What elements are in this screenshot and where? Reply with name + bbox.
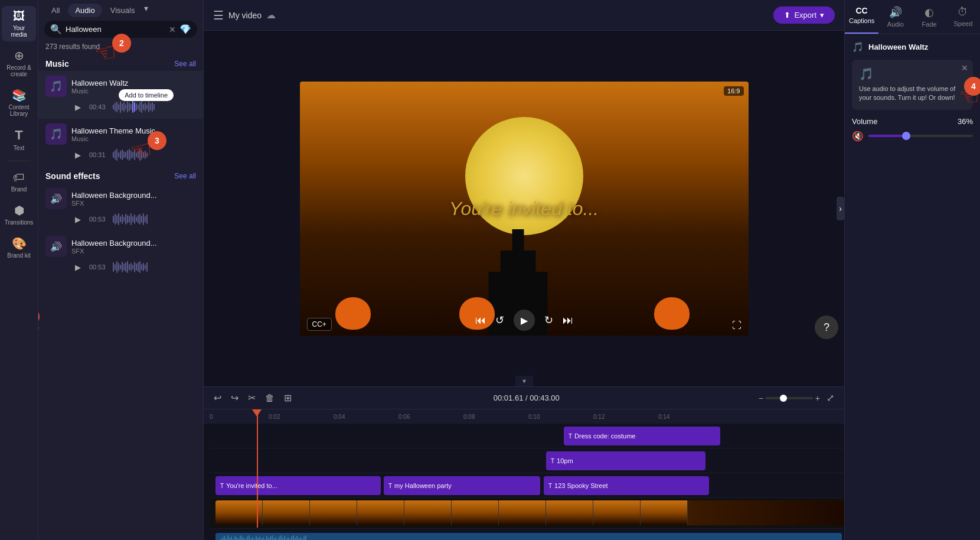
ruler-mark-14: 0:14 (658, 414, 669, 420)
clip-10pm[interactable]: T 10pm (546, 451, 705, 470)
playhead (257, 409, 258, 528)
volume-slider-thumb[interactable] (902, 132, 910, 140)
clip-halloween-party-label: my Halloween party (394, 482, 452, 489)
menu-button[interactable]: ☰ (213, 8, 224, 22)
volume-slider-track[interactable] (868, 135, 973, 137)
track-label-2 (204, 448, 210, 473)
collapse-preview-button[interactable]: ▾ (515, 376, 533, 386)
volume-value: 36% (958, 117, 973, 126)
clip-spooky-street[interactable]: T 123 Spooky Street (544, 476, 709, 495)
clip-dress-code[interactable]: T Dress code: costume (564, 427, 720, 445)
info-card-text: Use audio to adjust the volume of your s… (859, 84, 966, 103)
play-btn-sfx1[interactable]: ▶ (71, 213, 84, 226)
zoom-in-button[interactable]: + (815, 393, 820, 403)
video-background: You're invited to... (300, 82, 749, 336)
clip-invited-label: You're invited to... (226, 482, 277, 489)
play-btn-theme[interactable]: ▶ (71, 148, 84, 161)
duplicate-button[interactable]: ⊞ (281, 391, 295, 405)
track-content-upper-2: T 10pm (210, 448, 844, 473)
rp-tab-fade[interactable]: ◐ Fade (913, 0, 946, 34)
music-note-icon: 🎵 (852, 41, 864, 53)
duration-sfx1: 00:53 (89, 216, 108, 223)
rp-tab-captions[interactable]: CC Captions (845, 0, 878, 34)
rewind-button[interactable]: ↺ (495, 314, 504, 327)
play-btn-waltz[interactable]: ▶ (71, 100, 84, 113)
sfx-item-2[interactable]: 🔊 Halloween Background... SFX ▶ 00:53 (38, 231, 203, 279)
sfx-item-1[interactable]: 🔊 Halloween Background... SFX ▶ 00:53 (38, 183, 203, 231)
skip-forward-button[interactable]: ⏭ (563, 314, 573, 327)
volume-slider-fill (868, 135, 906, 137)
tab-all[interactable]: All (44, 4, 67, 17)
waveform-sfx1 (113, 212, 196, 226)
zoom-slider[interactable] (766, 397, 813, 399)
export-button[interactable]: ⬆ Export ▾ (773, 6, 835, 24)
playhead-handle[interactable] (252, 409, 262, 417)
sidebar-item-brand-kit[interactable]: 🎨 Brand kit (2, 233, 36, 262)
track-content-video[interactable] (210, 498, 844, 529)
tab-audio[interactable]: Audio (68, 4, 102, 17)
music-item-halloween-waltz[interactable]: 🎵 Halloween Waltz Music ▶ 00:43 Add to t… (38, 71, 203, 119)
record-icon: ⊕ (14, 48, 24, 63)
music-type-theme: Music (71, 135, 196, 142)
rp-tab-audio[interactable]: 🔊 Audio (878, 0, 912, 34)
right-panel: CC Captions 🔊 Audio ◐ Fade ⏱ Speed 🎵 Hal… (844, 0, 980, 540)
active-track-title: 🎵 Halloween Waltz (852, 41, 973, 53)
play-btn-sfx2[interactable]: ▶ (71, 261, 84, 274)
search-clear-button[interactable]: ✕ (169, 25, 176, 34)
play-pause-button[interactable]: ▶ (514, 310, 535, 331)
sfx-thumb-2: 🔊 (45, 236, 67, 257)
timeline-area: ↩ ↪ ✂ 🗑 ⊞ 00:01.61 / 00:43.00 − + ⤢ 0 0: (204, 386, 844, 540)
track-content-audio[interactable] (210, 529, 844, 540)
sidebar-item-text[interactable]: T Text (2, 124, 36, 155)
tab-visuals[interactable]: Visuals (103, 4, 142, 17)
track-row-audio (204, 529, 844, 540)
help-button[interactable]: ? (815, 315, 838, 339)
sidebar-divider (7, 161, 31, 161)
clip-halloween-party[interactable]: T my Halloween party (384, 476, 540, 495)
your-media-icon: 🖼 (13, 9, 25, 23)
track-content-lower: T You're invited to... T my Halloween pa… (210, 473, 844, 498)
sidebar-label-your-media: Your media (4, 25, 34, 38)
mute-icon[interactable]: 🔇 (852, 131, 864, 142)
track-label-video (204, 498, 210, 529)
fullscreen-button[interactable]: ⛶ (732, 320, 741, 331)
undo-button[interactable]: ↩ (211, 391, 224, 405)
sfx-see-all[interactable]: See all (174, 172, 196, 180)
sfx-type-2: SFX (71, 248, 196, 255)
sidebar-item-your-media[interactable]: 🖼 Your media (2, 6, 36, 41)
pumpkin-1 (335, 297, 371, 330)
expand-right-button[interactable]: › (837, 197, 844, 220)
forward-button[interactable]: ↻ (544, 314, 553, 327)
video-clip-strip[interactable] (215, 500, 844, 525)
playback-controls: ⏮ ↺ ▶ ↻ ⏭ (475, 310, 573, 331)
clip-audio[interactable] (215, 533, 842, 540)
music-see-all[interactable]: See all (174, 60, 196, 68)
redo-button[interactable]: ↪ (228, 391, 241, 405)
skip-back-button[interactable]: ⏮ (475, 314, 486, 327)
ruler-mark-0: 0 (210, 414, 213, 420)
add-to-timeline-button[interactable]: Add to timeline (119, 89, 174, 101)
clip-dress-code-label: Dress code: costume (574, 432, 635, 440)
info-card-close-button[interactable]: ✕ (961, 63, 968, 73)
brand-icon: 🏷 (13, 171, 25, 184)
sidebar-item-content-library[interactable]: 📚 Content Library (2, 84, 36, 121)
delete-button[interactable]: 🗑 (262, 391, 277, 405)
captions-tab-icon: CC (856, 6, 868, 15)
zoom-out-button[interactable]: − (759, 393, 763, 403)
project-name[interactable]: My video (228, 11, 262, 20)
search-input[interactable] (66, 25, 165, 34)
audio-waveform (220, 534, 837, 540)
music-item-halloween-theme[interactable]: 🎵 Halloween Theme Music Music ▶ 00:31 (38, 119, 203, 167)
clip-invited[interactable]: T You're invited to... (215, 476, 381, 495)
sidebar: 🖼 Your media ⊕ Record & create 📚 Content… (0, 0, 38, 540)
captions-button[interactable]: CC+ (307, 318, 332, 331)
track-label-3 (204, 473, 210, 498)
rp-tab-speed[interactable]: ⏱ Speed (946, 0, 980, 34)
fit-timeline-button[interactable]: ⤢ (824, 391, 837, 405)
sidebar-item-brand[interactable]: 🏷 Brand (2, 167, 36, 196)
timeline-toolbar: ↩ ↪ ✂ 🗑 ⊞ 00:01.61 / 00:43.00 − + ⤢ (204, 387, 844, 409)
cut-button[interactable]: ✂ (245, 391, 259, 405)
track-label-audio (204, 529, 210, 540)
sidebar-item-record[interactable]: ⊕ Record & create (2, 45, 36, 81)
sidebar-item-transitions[interactable]: ⬢ Transitions (2, 200, 36, 229)
